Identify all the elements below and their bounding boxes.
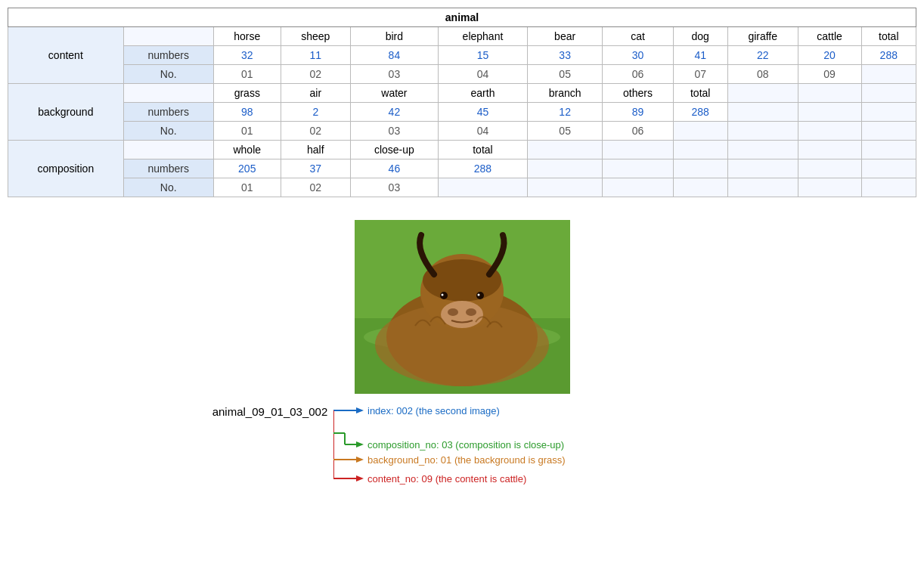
content-cat-num: 30 <box>603 46 673 65</box>
svg-point-8 <box>476 292 484 299</box>
svg-point-13 <box>466 308 476 316</box>
col-total: total <box>861 27 916 46</box>
bg-no-row: No. 01 02 03 04 05 06 <box>8 122 916 141</box>
svg-text:composition_no: 03 (compositio: composition_no: 03 (composition is close… <box>367 439 564 451</box>
bg-branch-no: 05 <box>527 122 603 141</box>
content-cat-no: 06 <box>603 65 673 84</box>
col-branch: branch <box>527 84 603 103</box>
filename-block: animal_09_01_03_002 <box>212 405 328 418</box>
bg-others-num: 89 <box>603 103 673 122</box>
content-elephant-no: 04 <box>439 65 528 84</box>
bg-no-empty-3 <box>798 122 861 141</box>
animal-header-row: animal <box>8 8 916 27</box>
content-numbers-label: numbers <box>123 46 213 65</box>
bg-air-num: 2 <box>281 103 350 122</box>
bg-grass-num: 98 <box>213 103 281 122</box>
comp-num-empty-3 <box>673 159 727 178</box>
bg-branch-num: 12 <box>527 103 603 122</box>
col-bird: bird <box>350 27 438 46</box>
bg-num-empty-1 <box>727 103 798 122</box>
col-cat: cat <box>603 27 673 46</box>
col-dog: dog <box>673 27 727 46</box>
col-air: air <box>281 84 350 103</box>
col-comp-total: total <box>439 141 528 159</box>
col-bg-total: total <box>673 84 727 103</box>
bg-col-header-row: background grass air water earth branch … <box>8 84 916 103</box>
svg-marker-24 <box>356 457 364 463</box>
background-label: background <box>8 84 124 141</box>
bg-empty-2 <box>798 84 861 103</box>
comp-num-empty-2 <box>603 159 673 178</box>
filename-label: animal_09_01_03_002 <box>212 405 328 418</box>
bg-num-empty-3 <box>861 103 916 122</box>
content-total-no <box>861 65 916 84</box>
comp-empty-2 <box>603 141 673 159</box>
bottom-section: animal_09_01_03_002 index: 002 (the seco… <box>8 220 916 494</box>
bg-no-empty-1 <box>673 122 727 141</box>
comp-no-row: No. 01 02 03 <box>8 178 916 197</box>
annotation-diagram: animal_09_01_03_002 index: 002 (the seco… <box>212 401 712 494</box>
content-sheep-no: 02 <box>281 65 350 84</box>
col-bear: bear <box>527 27 603 46</box>
bg-numbers-row: numbers 98 2 42 45 12 89 288 <box>8 103 916 122</box>
svg-point-11 <box>441 301 483 328</box>
comp-empty-4 <box>727 141 798 159</box>
col-earth: earth <box>439 84 528 103</box>
col-water: water <box>350 84 438 103</box>
col-whole: whole <box>213 141 281 159</box>
comp-no-empty-4 <box>673 178 727 197</box>
comp-no-empty-7 <box>861 178 916 197</box>
col-cattle: cattle <box>798 27 861 46</box>
content-cattle-num: 20 <box>798 46 861 65</box>
comp-closeup-num: 46 <box>350 159 438 178</box>
col-grass: grass <box>213 84 281 103</box>
content-dog-num: 41 <box>673 46 727 65</box>
col-elephant: elephant <box>439 27 528 46</box>
svg-marker-21 <box>356 441 364 447</box>
bg-sub-col <box>123 84 213 103</box>
col-others: others <box>603 84 673 103</box>
comp-empty-5 <box>798 141 861 159</box>
bg-water-num: 42 <box>350 103 438 122</box>
composition-label: composition <box>8 141 124 197</box>
col-sheep: sheep <box>281 27 350 46</box>
bg-empty-1 <box>727 84 798 103</box>
content-cattle-no: 09 <box>798 65 861 84</box>
svg-text:index: 002 (the second image): index: 002 (the second image) <box>367 405 500 416</box>
content-horse-num: 32 <box>213 46 281 65</box>
col-giraffe: giraffe <box>727 27 798 46</box>
bg-others-no: 06 <box>603 122 673 141</box>
svg-point-7 <box>440 292 448 299</box>
comp-no-empty-1 <box>439 178 528 197</box>
content-total-num: 288 <box>861 46 916 65</box>
content-dog-no: 07 <box>673 65 727 84</box>
bg-grass-no: 01 <box>213 122 281 141</box>
content-bird-no: 03 <box>350 65 438 84</box>
svg-point-12 <box>448 308 458 316</box>
comp-empty-1 <box>527 141 603 159</box>
animal-header-cell: animal <box>8 8 916 27</box>
bg-air-no: 02 <box>281 122 350 141</box>
comp-no-empty-3 <box>603 178 673 197</box>
comp-closeup-no: 03 <box>350 178 438 197</box>
bg-no-label: No. <box>123 122 213 141</box>
bg-numbers-label: numbers <box>123 103 213 122</box>
content-sub-col <box>123 27 213 46</box>
yak-image-container <box>355 220 570 394</box>
content-horse-no: 01 <box>213 65 281 84</box>
svg-point-9 <box>441 294 443 296</box>
svg-point-6 <box>423 259 501 302</box>
content-bird-num: 84 <box>350 46 438 65</box>
bg-no-empty-2 <box>727 122 798 141</box>
content-giraffe-no: 08 <box>727 65 798 84</box>
comp-whole-no: 01 <box>213 178 281 197</box>
comp-num-empty-1 <box>527 159 603 178</box>
comp-numbers-label: numbers <box>123 159 213 178</box>
content-elephant-num: 15 <box>439 46 528 65</box>
svg-point-10 <box>477 294 479 296</box>
col-half: half <box>281 141 350 159</box>
col-closeup: close-up <box>350 141 438 159</box>
svg-marker-15 <box>356 407 364 413</box>
content-numbers-row: numbers 32 11 84 15 33 30 41 22 20 288 <box>8 46 916 65</box>
comp-half-num: 37 <box>281 159 350 178</box>
